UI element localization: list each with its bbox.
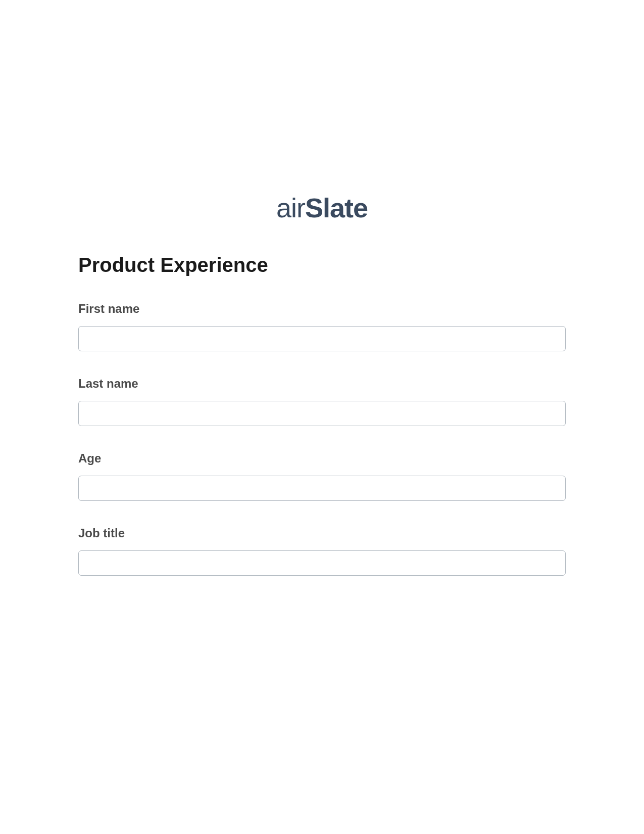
age-field: Age: [78, 451, 566, 501]
first-name-label: First name: [78, 302, 566, 316]
first-name-field: First name: [78, 302, 566, 351]
logo: airSlate: [78, 192, 566, 223]
job-title-label: Job title: [78, 526, 566, 540]
form-container: airSlate Product Experience First name L…: [0, 0, 644, 576]
age-label: Age: [78, 451, 566, 466]
job-title-field: Job title: [78, 526, 566, 576]
last-name-input[interactable]: [78, 401, 566, 426]
last-name-label: Last name: [78, 377, 566, 391]
first-name-input[interactable]: [78, 326, 566, 351]
age-input[interactable]: [78, 476, 566, 501]
last-name-field: Last name: [78, 377, 566, 426]
logo-text: airSlate: [276, 193, 368, 223]
form-title: Product Experience: [78, 254, 566, 276]
job-title-input[interactable]: [78, 550, 566, 576]
